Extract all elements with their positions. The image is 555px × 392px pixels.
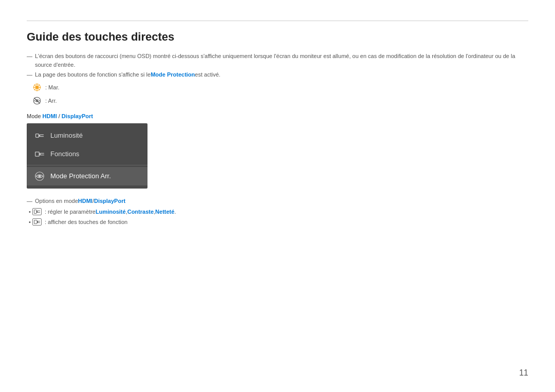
eye-off-icon bbox=[32, 96, 42, 106]
svg-marker-22 bbox=[39, 152, 41, 156]
functions-bullet-icon bbox=[32, 218, 42, 226]
dash-2: — bbox=[27, 70, 32, 79]
icon-off-row: : Arr. bbox=[32, 96, 528, 106]
mode-label: Mode HDMI / DisplayPort bbox=[27, 113, 528, 119]
bullet-text-1-prefix: : régler le paramètre bbox=[45, 209, 96, 215]
options-prefix: Options en mode bbox=[35, 198, 78, 204]
bullet-luminosite: Luminosité bbox=[96, 209, 126, 215]
osd-label-fonctions: Fonctions bbox=[50, 150, 79, 158]
info-text-1: L'écran des boutons de raccourci (menu O… bbox=[35, 52, 528, 69]
svg-rect-30 bbox=[34, 220, 37, 223]
svg-point-24 bbox=[38, 175, 41, 177]
bullet-item-2: • : afficher des touches de fonction bbox=[29, 218, 528, 226]
options-hdmi: HDMI bbox=[78, 198, 92, 204]
mode-hdmi: HDMI bbox=[43, 113, 57, 119]
info-line-1: — L'écran des boutons de raccourci (menu… bbox=[27, 52, 528, 69]
dash-1: — bbox=[27, 52, 32, 61]
bullet-list: • : régler le paramètre Luminosité, Cont… bbox=[27, 208, 528, 226]
icon-off-label: : Arr. bbox=[45, 98, 57, 104]
top-divider bbox=[27, 21, 528, 21]
icon-on-row: : Mar. bbox=[32, 82, 528, 92]
fonctions-icon bbox=[34, 148, 45, 160]
osd-item-fonctions[interactable]: Fonctions bbox=[27, 145, 147, 163]
svg-rect-18 bbox=[35, 152, 40, 156]
page-title: Guide des touches directes bbox=[27, 30, 528, 44]
svg-rect-13 bbox=[36, 134, 39, 137]
info-line-2: — La page des boutons de fonction s'affi… bbox=[27, 70, 528, 79]
svg-marker-17 bbox=[39, 134, 40, 137]
bullet-nettete: Netteté bbox=[155, 209, 174, 215]
luminosite-icon bbox=[34, 130, 45, 141]
info-block: — L'écran des boutons de raccourci (menu… bbox=[27, 52, 528, 106]
osd-label-mode-protection: Mode Protection Arr. bbox=[50, 172, 111, 180]
bullet-item-1: • : régler le paramètre Luminosité, Cont… bbox=[29, 208, 528, 215]
svg-line-12 bbox=[34, 98, 40, 103]
osd-panel: Luminosité Fonctions bbox=[27, 123, 147, 189]
options-label: — Options en mode HDMI / DisplayPort bbox=[27, 198, 528, 204]
options-displayport: DisplayPort bbox=[94, 198, 125, 204]
osd-item-mode-protection[interactable]: Mode Protection Arr. bbox=[27, 167, 147, 185]
sun-on-icon bbox=[32, 82, 42, 92]
osd-label-luminosite: Luminosité bbox=[50, 132, 83, 139]
bullet-icon-2: • bbox=[29, 218, 42, 226]
bullet-contraste: Contraste bbox=[127, 209, 154, 215]
svg-point-0 bbox=[35, 85, 39, 89]
mode-prefix: Mode bbox=[27, 113, 43, 119]
page-number: 11 bbox=[519, 368, 528, 378]
info-text-2-prefix: La page des boutons de fonction s'affich… bbox=[35, 70, 151, 79]
page-container: Guide des touches directes — L'écran des… bbox=[0, 0, 555, 249]
icon-on-label: : Mar. bbox=[45, 84, 60, 90]
options-section: — Options en mode HDMI / DisplayPort • bbox=[27, 198, 528, 226]
bullet-icon-1: • bbox=[29, 208, 42, 215]
mode-protection-highlight: Mode Protection bbox=[151, 70, 195, 79]
mode-sep: / bbox=[57, 113, 62, 119]
svg-rect-25 bbox=[34, 210, 36, 213]
info-text-2-suffix: est activé. bbox=[195, 70, 220, 79]
osd-divider bbox=[27, 165, 147, 165]
bullet-period: . bbox=[174, 209, 176, 215]
dash-options: — bbox=[27, 198, 32, 204]
osd-item-luminosite[interactable]: Luminosité bbox=[27, 126, 147, 145]
mode-displayport: DisplayPort bbox=[62, 113, 93, 119]
mode-protection-icon bbox=[34, 171, 45, 182]
bullet-text-2: : afficher des touches de fonction bbox=[45, 219, 127, 225]
brightness-bullet-icon bbox=[32, 208, 42, 215]
